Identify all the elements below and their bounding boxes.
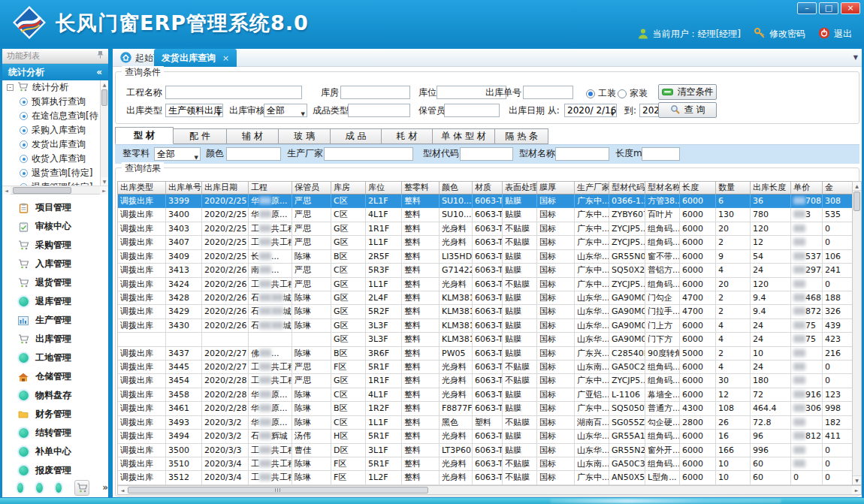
material-tab-型材[interactable]: 型 材: [115, 127, 174, 144]
maximize-button[interactable]: □: [819, 2, 838, 14]
tree-item[interactable]: 发货出库查询: [2, 137, 108, 152]
material-tab-配件[interactable]: 配 件: [174, 128, 227, 144]
material-tab-单体型材[interactable]: 单 体 型 材: [433, 128, 495, 144]
scroll-right-icon[interactable]: ►: [100, 186, 108, 195]
module-dot-icon[interactable]: [56, 483, 62, 493]
change-password[interactable]: 修改密码: [754, 27, 805, 41]
sidebar-item-财务管理[interactable]: 财务管理: [2, 405, 108, 424]
sidebar-section-header[interactable]: 统计分析 «: [2, 64, 108, 80]
sidebar-item-结转管理[interactable]: 结转管理: [2, 424, 108, 442]
profile-name-input[interactable]: [555, 147, 609, 161]
tree-horizontal-scrollbar[interactable]: ◄ ►: [2, 186, 108, 195]
table-vscroll-thumb[interactable]: [853, 192, 860, 211]
table-row[interactable]: 调拨出库34032020/2/25工共工程严思G区1R1F整料光身料6063-T…: [118, 222, 852, 236]
minimize-button[interactable]: –: [797, 2, 817, 14]
sidebar-item-退货管理[interactable]: 退货管理: [2, 273, 108, 292]
tab-shipping-query[interactable]: 发货出库查询 ×: [154, 49, 237, 67]
column-header-材质[interactable]: 材质: [473, 181, 503, 195]
sidebar-item-补单中心[interactable]: 补单中心: [2, 442, 108, 461]
order-no-input[interactable]: [523, 86, 573, 99]
table-horizontal-scrollbar[interactable]: ◄ ►: [117, 485, 862, 495]
tree-vertical-scrollbar[interactable]: ▲ ▼: [100, 80, 108, 186]
material-tab-耗材[interactable]: 耗 材: [382, 128, 433, 144]
product-type-input[interactable]: [348, 104, 410, 117]
material-tab-辅材[interactable]: 辅 材: [227, 128, 279, 144]
table-row[interactable]: 调拨出库34002020/2/25华原...严思C区4L1F整料SU10...6…: [118, 208, 852, 222]
sidebar-item-采购管理[interactable]: 采购管理: [2, 236, 108, 255]
table-row[interactable]: 调拨出库34302020/2/26石城陈琳G区3L3F整料KLM38176063…: [118, 319, 852, 333]
column-header-单价[interactable]: 单价: [791, 181, 823, 195]
scroll-up-icon[interactable]: ▲: [101, 80, 108, 89]
column-header-膜厚[interactable]: 膜厚: [537, 181, 575, 195]
table-row[interactable]: 调拨出库35102020/3/4工共工程陈琳F区5R1F整料光身料6063-T5…: [118, 457, 852, 471]
sidebar-item-项目管理[interactable]: 项目管理: [2, 198, 108, 217]
module-dot-icon[interactable]: [17, 483, 23, 493]
column-header-数量[interactable]: 数量: [716, 181, 751, 195]
table-row[interactable]: 调拨出库34242020/2/26工共工程严思G区1L1F整料光身料6063-T…: [118, 278, 852, 291]
cart-module-button[interactable]: [74, 480, 89, 496]
profile-code-input[interactable]: [460, 147, 513, 161]
table-row[interactable]: 调拨出库35122020/3/4工共工程陈琳F区1L2F整料光身料6063-T5…: [118, 471, 852, 484]
column-header-型材名称[interactable]: 型材名称: [645, 181, 680, 195]
column-header-颜色[interactable]: 颜色: [440, 181, 473, 195]
table-row[interactable]: 调拨出库34072020/2/25工共工程严思G区1L1F整料光身料6063-T…: [118, 236, 852, 249]
table-row[interactable]: 调拨出库35002020/3/3工共工程曹佳D区3L1F整料LT3P606063…: [118, 444, 852, 457]
tree-item[interactable]: 在途信息查询[待: [2, 109, 108, 123]
scroll-up-icon[interactable]: ▲: [853, 182, 861, 191]
scroll-down-icon[interactable]: ▼: [853, 475, 861, 484]
date-from-select[interactable]: 2020/ 2/16▼: [564, 104, 617, 117]
table-row[interactable]: 调拨出库34282020/2/26石城陈琳G区2L4F整料KLM38176063…: [118, 291, 852, 305]
radio-gongzhuang[interactable]: 工装: [586, 87, 616, 100]
tree-root-statistics[interactable]: -统计分析: [2, 80, 108, 95]
whole-part-select[interactable]: 全部▼: [154, 147, 201, 161]
table-vertical-scrollbar[interactable]: ▲ ▼: [852, 181, 862, 485]
sidebar-item-退库管理[interactable]: 退库管理: [2, 292, 108, 311]
column-header-长度[interactable]: 长度: [680, 181, 716, 195]
audit-select[interactable]: 全部▼: [264, 104, 307, 117]
radio-jiazhuang[interactable]: 家装: [618, 87, 648, 100]
table-row[interactable]: 调拨出库34372020/2/27佛...陈琳B区3R6F整料PW056063-…: [118, 347, 852, 361]
column-header-保管员[interactable]: 保管员: [292, 181, 331, 195]
tree-item[interactable]: 收货入库查询: [2, 152, 108, 166]
maker-input[interactable]: [324, 147, 413, 161]
tree-item[interactable]: 退库管理[待定]: [2, 180, 108, 186]
column-header-金[interactable]: 金: [823, 181, 853, 195]
close-button[interactable]: ×: [841, 2, 860, 14]
column-header-出库类型[interactable]: 出库类型: [118, 181, 166, 195]
more-modules-button[interactable]: »: [102, 482, 108, 493]
project-name-input[interactable]: [165, 86, 302, 99]
column-header-出库单号[interactable]: 出库单号: [166, 181, 202, 195]
column-header-表面处理[interactable]: 表面处理: [503, 181, 537, 195]
length-input[interactable]: [642, 147, 680, 161]
table-row[interactable]: 调拨出库34942020/3/2石辉城汤伟H区5R1F整料光身料6063-T5贴…: [118, 430, 852, 443]
scroll-down-icon[interactable]: ▼: [101, 177, 108, 186]
scroll-right-icon[interactable]: ►: [852, 486, 861, 494]
sidebar-item-出库管理[interactable]: 出库管理: [2, 330, 108, 349]
table-row[interactable]: 调拨出库34132020/2/26南...严思C区5R3F整料G71422606…: [118, 264, 852, 277]
module-dot-icon[interactable]: [36, 483, 42, 493]
table-row[interactable]: G区3L3F整料KLM38176063-T5贴膜国标山东华...GA90M09.…: [118, 333, 852, 346]
sidebar-item-工地管理[interactable]: 工地管理: [2, 349, 108, 367]
table-row[interactable]: 调拨出库34542020/2/28工共工程严思G区1R1F整料光身料6063-T…: [118, 374, 852, 388]
clear-conditions-button[interactable]: 清空条件: [658, 84, 717, 100]
material-tab-隔热条[interactable]: 隔 热 条: [495, 128, 548, 144]
tree-collapse-icon[interactable]: -: [7, 84, 14, 91]
column-header-库位[interactable]: 库位: [366, 181, 402, 195]
search-button[interactable]: 查 询: [658, 102, 717, 118]
table-row[interactable]: 调拨出库34612020/2/28华原...陈琳B区1R2F整料F8877FT6…: [118, 402, 852, 415]
material-tab-玻璃[interactable]: 玻 璃: [279, 128, 331, 144]
column-header-库房[interactable]: 库房: [331, 181, 366, 195]
table-row[interactable]: 调拨出库34932020/3/2华原...陈琳C区1L1F整料黑色塑料不贴膜国标…: [118, 416, 852, 430]
close-tab-icon[interactable]: ×: [222, 53, 229, 63]
color-input[interactable]: [226, 147, 281, 161]
collapse-icon[interactable]: «: [96, 64, 102, 80]
out-type-select[interactable]: 生产领料出库▼: [165, 104, 223, 117]
scroll-left-icon[interactable]: ◄: [118, 486, 127, 494]
sidebar-item-入库管理[interactable]: 入库管理: [2, 255, 108, 273]
scroll-left-icon[interactable]: ◄: [2, 186, 11, 195]
sidebar-item-物料盘存[interactable]: 物料盘存: [2, 386, 108, 405]
tree-item[interactable]: 退货查询[待定]: [2, 166, 108, 180]
table-row[interactable]: 调拨出库34092020/2/25长...陈琳B区2R5F整料LI35HD606…: [118, 250, 852, 264]
column-header-工程[interactable]: 工程: [249, 181, 292, 195]
pin-icon[interactable]: [97, 49, 104, 63]
